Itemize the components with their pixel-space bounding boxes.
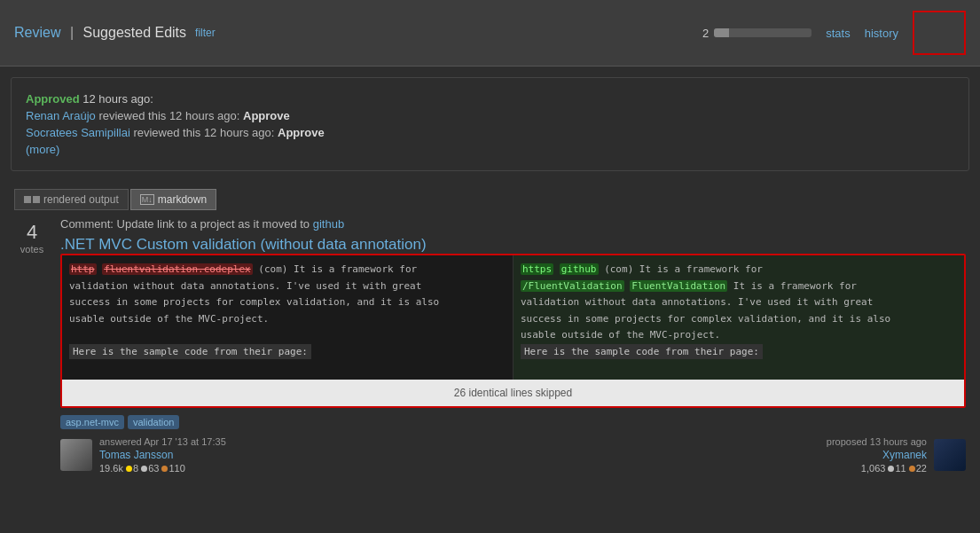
sq1 xyxy=(24,196,31,203)
reviewer-2-action: reviewed this 12 hours ago: xyxy=(133,126,274,139)
diff-line-6-left: Here is the sample code from their page: xyxy=(69,345,506,360)
tab-markdown-label: markdown xyxy=(158,193,207,206)
proposer-name[interactable]: Xymanek xyxy=(827,449,927,461)
diff-line-2-left: validation without data annotations. I'v… xyxy=(69,279,506,294)
answerer-avatar-image xyxy=(60,439,92,471)
user-info-row: answered Apr 17 '13 at 17:35 Tomas Janss… xyxy=(60,436,966,474)
tab-area: rendered output M↓ markdown xyxy=(0,182,980,217)
reviewer-2-link[interactable]: Socratees Samipillai xyxy=(26,126,130,139)
history-link[interactable]: history xyxy=(865,27,898,40)
reviewer-1-verdict: Approve xyxy=(243,109,290,122)
diff-line-3-right: validation without data annotations. I'v… xyxy=(521,295,957,310)
proposer-action: proposed 13 hours ago xyxy=(827,436,927,447)
header-title: Review | Suggested Edits xyxy=(14,25,186,41)
diff-line-4-left: usable outside of the MVC-project. xyxy=(69,312,506,327)
comment-line: Comment: Update link to a project as it … xyxy=(60,217,966,231)
proposer-rep: 1,063 11 22 xyxy=(827,463,927,474)
diff-columns: http fluentvalidation.codeplex (com) It … xyxy=(62,255,964,380)
tag-validation[interactable]: validation xyxy=(128,415,179,429)
review-link[interactable]: Review xyxy=(14,25,60,40)
diff-col-modified: https github (com) It is a framework for… xyxy=(514,255,964,380)
approved-header: Approved 12 hours ago: xyxy=(26,92,954,106)
deleted-codeplex: fluentvalidation.codeplex xyxy=(102,263,253,275)
reviewer-1-action: reviewed this 12 hours ago: xyxy=(98,109,239,122)
added-github: github xyxy=(560,263,599,275)
answerer-action: answered Apr 17 '13 at 17:35 xyxy=(99,436,226,447)
reviewer-line-2: Socratees Samipillai reviewed this 12 ho… xyxy=(26,126,954,139)
vote-area: 4 votes xyxy=(14,217,50,474)
proposer-avatar xyxy=(934,439,966,471)
reviewer-line-1: Renan Araújo reviewed this 12 hours ago:… xyxy=(26,109,954,122)
header-box xyxy=(913,11,966,55)
post-title[interactable]: .NET MVC Custom validation (without data… xyxy=(60,236,427,253)
proposer-silver-dot xyxy=(888,466,894,472)
answerer-name[interactable]: Tomas Jansson xyxy=(99,449,226,461)
diff-container: http fluentvalidation.codeplex (com) It … xyxy=(60,254,966,408)
added-fluentvalidation: FluentValidation xyxy=(630,280,727,292)
diff-line-4-right: success in some projects for complex val… xyxy=(521,312,957,327)
tag-aspnet-mvc[interactable]: asp.net-mvc xyxy=(60,415,124,429)
diff-col-original: http fluentvalidation.codeplex (com) It … xyxy=(62,255,514,380)
stats-link[interactable]: stats xyxy=(826,27,850,40)
reviewer-2-verdict: Approve xyxy=(278,126,325,139)
skipped-lines: 26 identical lines skipped xyxy=(62,380,964,406)
header-right: 2 stats history xyxy=(702,11,966,55)
header: Review | Suggested Edits filter 2 stats … xyxy=(0,0,980,67)
bronze-dot xyxy=(161,466,168,472)
page-title: Suggested Edits xyxy=(83,25,187,40)
diff-line-5-right: usable outside of the MVC-project. xyxy=(521,328,957,343)
proposer-avatar-image xyxy=(934,439,966,471)
answerer-rep: 19.6k 8 63 110 xyxy=(99,463,226,474)
more-link[interactable]: (more) xyxy=(26,143,59,156)
progress-number: 2 xyxy=(702,27,709,40)
vote-number: 4 xyxy=(27,221,37,244)
diff-line-1-right: https github (com) It is a framework for xyxy=(521,263,957,278)
proposer-details: proposed 13 hours ago Xymanek 1,063 11 2… xyxy=(827,436,927,474)
separator: | xyxy=(70,25,78,40)
rendered-icon xyxy=(24,196,40,203)
silver-dot xyxy=(141,466,147,472)
proposer-bronze-dot xyxy=(909,466,915,472)
tags-area: asp.net-mvc validation xyxy=(60,415,966,429)
main-content: 4 votes Comment: Update link to a projec… xyxy=(0,217,980,488)
gold-dot xyxy=(126,466,132,472)
tab-markdown[interactable]: M↓ markdown xyxy=(130,189,216,210)
progress-bar-fill xyxy=(714,28,729,37)
answerer-avatar xyxy=(60,439,92,471)
comment-prefix: Comment: Update link to a project as it … xyxy=(60,217,313,231)
approved-section: Approved 12 hours ago: Renan Araújo revi… xyxy=(11,77,969,171)
diff-line-3-left: success in some projects for complex val… xyxy=(69,295,506,310)
tab-rendered-label: rendered output xyxy=(43,193,119,206)
progress-area: 2 xyxy=(702,27,811,40)
added-fluentvalidation-path: /FluentValidation xyxy=(521,280,624,292)
answerer-details: answered Apr 17 '13 at 17:35 Tomas Janss… xyxy=(99,436,226,474)
progress-bar xyxy=(714,28,811,37)
post-area: Comment: Update link to a project as it … xyxy=(60,217,966,474)
sq2 xyxy=(33,196,40,203)
diff-line-5-left xyxy=(69,328,506,343)
answerer-block: answered Apr 17 '13 at 17:35 Tomas Janss… xyxy=(60,436,226,474)
github-link[interactable]: github xyxy=(313,217,344,231)
diff-line-6-right: Here is the sample code from their page: xyxy=(521,345,957,360)
approved-label: Approved xyxy=(26,92,80,106)
approved-time: 12 hours ago: xyxy=(82,92,153,106)
filter-link[interactable]: filter xyxy=(195,27,216,39)
diff-line-1-left: http fluentvalidation.codeplex (com) It … xyxy=(69,263,506,278)
reviewer-1-link[interactable]: Renan Araújo xyxy=(26,109,96,122)
proposer-block: proposed 13 hours ago Xymanek 1,063 11 2… xyxy=(827,436,966,474)
deleted-url: http xyxy=(69,263,97,275)
markdown-icon: M↓ xyxy=(140,194,154,205)
vote-label: votes xyxy=(20,244,43,255)
diff-line-2-right: /FluentValidation FluentValidation It is… xyxy=(521,279,957,294)
added-https: https xyxy=(521,263,553,275)
tab-rendered-output[interactable]: rendered output xyxy=(14,189,129,210)
